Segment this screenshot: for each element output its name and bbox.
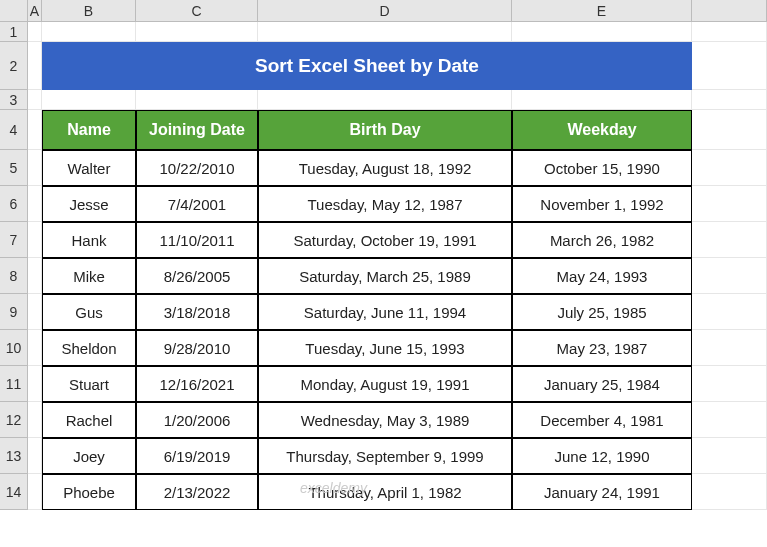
row-header-11[interactable]: 11 — [0, 366, 28, 402]
cell-A14[interactable] — [28, 474, 42, 510]
cell-birthday[interactable]: Wednesday, May 3, 1989 — [258, 402, 512, 438]
cell-joining[interactable]: 11/10/2011 — [136, 222, 258, 258]
cell-weekday[interactable]: July 25, 1985 — [512, 294, 692, 330]
row-header-14[interactable]: 14 — [0, 474, 28, 510]
cell-joining[interactable]: 6/19/2019 — [136, 438, 258, 474]
cell-F4[interactable] — [692, 110, 767, 150]
cell-name[interactable]: Stuart — [42, 366, 136, 402]
cell-A12[interactable] — [28, 402, 42, 438]
cell-F12[interactable] — [692, 402, 767, 438]
cell-birthday[interactable]: Saturday, October 19, 1991 — [258, 222, 512, 258]
cell-E3[interactable] — [512, 90, 692, 110]
cell-B3[interactable] — [42, 90, 136, 110]
cell-F14[interactable] — [692, 474, 767, 510]
cell-name[interactable]: Jesse — [42, 186, 136, 222]
cell-F3[interactable] — [692, 90, 767, 110]
cell-weekday[interactable]: May 24, 1993 — [512, 258, 692, 294]
cell-A6[interactable] — [28, 186, 42, 222]
cell-weekday[interactable]: December 4, 1981 — [512, 402, 692, 438]
select-all-corner[interactable] — [0, 0, 28, 22]
cell-birthday[interactable]: Tuesday, August 18, 1992 — [258, 150, 512, 186]
cell-name[interactable]: Sheldon — [42, 330, 136, 366]
cell-name[interactable]: Gus — [42, 294, 136, 330]
cell-A4[interactable] — [28, 110, 42, 150]
cell-weekday[interactable]: October 15, 1990 — [512, 150, 692, 186]
title-cell[interactable]: Sort Excel Sheet by Date — [42, 42, 692, 90]
cell-C3[interactable] — [136, 90, 258, 110]
cell-A3[interactable] — [28, 90, 42, 110]
cell-F7[interactable] — [692, 222, 767, 258]
cell-F9[interactable] — [692, 294, 767, 330]
cell-name[interactable]: Phoebe — [42, 474, 136, 510]
cell-name[interactable]: Rachel — [42, 402, 136, 438]
cell-A9[interactable] — [28, 294, 42, 330]
cell-F13[interactable] — [692, 438, 767, 474]
header-joining[interactable]: Joining Date — [136, 110, 258, 150]
cell-name[interactable]: Mike — [42, 258, 136, 294]
cell-birthday[interactable]: Tuesday, May 12, 1987 — [258, 186, 512, 222]
row-header-13[interactable]: 13 — [0, 438, 28, 474]
col-header-E[interactable]: E — [512, 0, 692, 22]
cell-F1[interactable] — [692, 22, 767, 42]
cell-birthday[interactable]: Thursday, April 1, 1982 — [258, 474, 512, 510]
cell-joining[interactable]: 7/4/2001 — [136, 186, 258, 222]
cell-A1[interactable] — [28, 22, 42, 42]
header-birthday[interactable]: Birth Day — [258, 110, 512, 150]
cell-birthday[interactable]: Tuesday, June 15, 1993 — [258, 330, 512, 366]
row-header-1[interactable]: 1 — [0, 22, 28, 42]
row-header-9[interactable]: 9 — [0, 294, 28, 330]
cell-weekday[interactable]: March 26, 1982 — [512, 222, 692, 258]
cell-A8[interactable] — [28, 258, 42, 294]
cell-D1[interactable] — [258, 22, 512, 42]
cell-A10[interactable] — [28, 330, 42, 366]
cell-name[interactable]: Joey — [42, 438, 136, 474]
cell-A7[interactable] — [28, 222, 42, 258]
cell-name[interactable]: Walter — [42, 150, 136, 186]
cell-birthday[interactable]: Thursday, September 9, 1999 — [258, 438, 512, 474]
cell-A2[interactable] — [28, 42, 42, 90]
cell-joining[interactable]: 8/26/2005 — [136, 258, 258, 294]
cell-F5[interactable] — [692, 150, 767, 186]
cell-A11[interactable] — [28, 366, 42, 402]
row-header-7[interactable]: 7 — [0, 222, 28, 258]
cell-birthday[interactable]: Monday, August 19, 1991 — [258, 366, 512, 402]
cell-F2[interactable] — [692, 42, 767, 90]
cell-F6[interactable] — [692, 186, 767, 222]
cell-birthday[interactable]: Saturday, June 11, 1994 — [258, 294, 512, 330]
cell-weekday[interactable]: January 25, 1984 — [512, 366, 692, 402]
cell-A13[interactable] — [28, 438, 42, 474]
cell-F11[interactable] — [692, 366, 767, 402]
cell-joining[interactable]: 3/18/2018 — [136, 294, 258, 330]
cell-F8[interactable] — [692, 258, 767, 294]
row-header-3[interactable]: 3 — [0, 90, 28, 110]
row-header-12[interactable]: 12 — [0, 402, 28, 438]
cell-D3[interactable] — [258, 90, 512, 110]
cell-name[interactable]: Hank — [42, 222, 136, 258]
cell-F10[interactable] — [692, 330, 767, 366]
col-header-D[interactable]: D — [258, 0, 512, 22]
cell-E1[interactable] — [512, 22, 692, 42]
cell-A5[interactable] — [28, 150, 42, 186]
row-header-5[interactable]: 5 — [0, 150, 28, 186]
row-header-8[interactable]: 8 — [0, 258, 28, 294]
cell-B1[interactable] — [42, 22, 136, 42]
row-header-4[interactable]: 4 — [0, 110, 28, 150]
cell-weekday[interactable]: January 24, 1991 — [512, 474, 692, 510]
col-header-extra[interactable] — [692, 0, 767, 22]
cell-joining[interactable]: 10/22/2010 — [136, 150, 258, 186]
cell-joining[interactable]: 12/16/2021 — [136, 366, 258, 402]
row-header-2[interactable]: 2 — [0, 42, 28, 90]
row-header-6[interactable]: 6 — [0, 186, 28, 222]
cell-C1[interactable] — [136, 22, 258, 42]
header-weekday[interactable]: Weekday — [512, 110, 692, 150]
col-header-A[interactable]: A — [28, 0, 42, 22]
col-header-C[interactable]: C — [136, 0, 258, 22]
cell-joining[interactable]: 9/28/2010 — [136, 330, 258, 366]
cell-weekday[interactable]: November 1, 1992 — [512, 186, 692, 222]
cell-birthday[interactable]: Saturday, March 25, 1989 — [258, 258, 512, 294]
row-header-10[interactable]: 10 — [0, 330, 28, 366]
cell-weekday[interactable]: June 12, 1990 — [512, 438, 692, 474]
cell-joining[interactable]: 1/20/2006 — [136, 402, 258, 438]
cell-weekday[interactable]: May 23, 1987 — [512, 330, 692, 366]
header-name[interactable]: Name — [42, 110, 136, 150]
